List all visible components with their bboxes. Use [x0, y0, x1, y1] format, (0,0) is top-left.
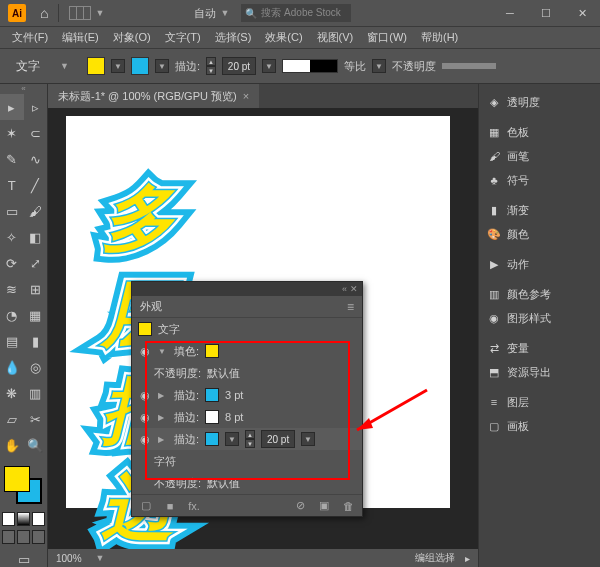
chevron-down-icon[interactable]: ▼ [220, 8, 229, 18]
panel-color[interactable]: 🎨颜色 [479, 222, 600, 246]
stroke-swatch-1[interactable] [205, 388, 219, 402]
document-tab[interactable]: 未标题-1* @ 100% (RGB/GPU 预览) × [48, 84, 259, 108]
close-icon[interactable]: × [243, 90, 249, 102]
panel-color-guide[interactable]: ▥颜色参考 [479, 282, 600, 306]
opacity-sublabel2[interactable]: 不透明度: [154, 476, 201, 491]
none-mode[interactable] [32, 512, 45, 526]
menu-object[interactable]: 对象(O) [107, 30, 157, 45]
stroke-label[interactable]: 描边: [174, 432, 199, 447]
stroke-label[interactable]: 描边: [174, 410, 199, 425]
menu-select[interactable]: 选择(S) [209, 30, 258, 45]
panel-artboards[interactable]: ▢画板 [479, 414, 600, 438]
shaper-tool[interactable]: ✧ [0, 224, 24, 250]
stroke-weight-1[interactable]: 3 pt [225, 389, 243, 401]
chevron-down-icon[interactable]: ▼ [95, 8, 104, 18]
shape-builder-tool[interactable]: ◔ [0, 302, 24, 328]
direct-select-tool[interactable]: ▹ [24, 94, 48, 120]
appearance-panel[interactable]: « ✕ 外观 ≡ 文字 ◉ ▼ 填色: 不透明度: 默认值 ◉ ▶ 描边: 3 … [131, 281, 363, 517]
eraser-tool[interactable]: ◧ [24, 224, 48, 250]
mesh-tool[interactable]: ▤ [0, 328, 24, 354]
panel-gradient[interactable]: ▮渐变 [479, 198, 600, 222]
panel-graphic-styles[interactable]: ◉图形样式 [479, 306, 600, 330]
arrange-label[interactable]: 自动 [194, 6, 216, 21]
line-tool[interactable]: ╱ [24, 172, 48, 198]
curvature-tool[interactable]: ∿ [24, 146, 48, 172]
maximize-button[interactable]: ☐ [528, 0, 564, 26]
fill-stroke-indicator[interactable] [0, 462, 47, 510]
symbol-sprayer-tool[interactable]: ❋ [0, 380, 24, 406]
stroke-step-up[interactable]: ▲ [206, 57, 216, 66]
draw-inside[interactable] [32, 530, 45, 544]
blend-tool[interactable]: ◎ [24, 354, 48, 380]
disclosure-closed[interactable]: ▶ [158, 413, 168, 422]
close-button[interactable]: ✕ [564, 0, 600, 26]
slice-tool[interactable]: ✂ [24, 406, 48, 432]
workspace-switcher-icon[interactable] [69, 6, 91, 20]
rotate-tool[interactable]: ⟳ [0, 250, 24, 276]
menu-type[interactable]: 文字(T) [159, 30, 207, 45]
stroke-weight-2[interactable]: 8 pt [225, 411, 243, 423]
zoom-field[interactable]: 100% [56, 553, 82, 564]
fill-dropdown[interactable]: ▼ [111, 59, 125, 73]
paintbrush-tool[interactable]: 🖌 [24, 198, 48, 224]
menu-help[interactable]: 帮助(H) [415, 30, 464, 45]
add-effect-button[interactable]: fx. [186, 498, 202, 514]
disclosure-open[interactable]: ▼ [158, 347, 168, 356]
menu-view[interactable]: 视图(V) [311, 30, 360, 45]
menu-window[interactable]: 窗口(W) [361, 30, 413, 45]
panel-menu-icon[interactable]: ≡ [347, 300, 354, 314]
toolbox-collapse-icon[interactable]: « [0, 84, 47, 94]
chevron-down-icon[interactable]: ▼ [60, 61, 69, 71]
add-stroke-button[interactable]: ▢ [138, 498, 154, 514]
artboard-tool[interactable]: ▱ [0, 406, 24, 432]
width-tool[interactable]: ≋ [0, 276, 24, 302]
panel-collapse-icon[interactable]: « [342, 284, 347, 294]
visibility-toggle[interactable]: ◉ [138, 389, 152, 402]
panel-symbols[interactable]: ♣符号 [479, 168, 600, 192]
panel-transparency[interactable]: ◈透明度 [479, 90, 600, 114]
draw-normal[interactable] [2, 530, 15, 544]
menu-file[interactable]: 文件(F) [6, 30, 54, 45]
fill-color[interactable] [4, 466, 30, 492]
clear-button[interactable]: ⊘ [292, 498, 308, 514]
visibility-toggle[interactable]: ◉ [138, 345, 152, 358]
visibility-toggle[interactable]: ◉ [138, 433, 152, 446]
type-tool[interactable]: T [0, 172, 24, 198]
opacity-sublabel[interactable]: 不透明度: [154, 366, 201, 381]
fill-swatch[interactable] [87, 57, 105, 75]
opacity-label[interactable]: 不透明度 [392, 59, 436, 74]
status-nav[interactable]: ▸ [465, 553, 470, 564]
opt-stroke-label[interactable]: 描边: [175, 59, 200, 74]
stroke-swatch[interactable] [131, 57, 149, 75]
selection-tool[interactable]: ▸ [0, 94, 24, 120]
panel-asset-export[interactable]: ⬒资源导出 [479, 360, 600, 384]
weight-dropdown[interactable]: ▼ [301, 432, 315, 446]
chevron-down-icon[interactable]: ▼ [96, 553, 105, 563]
fill-swatch[interactable] [205, 344, 219, 358]
gradient-tool[interactable]: ▮ [24, 328, 48, 354]
home-icon[interactable]: ⌂ [40, 5, 48, 21]
gradient-mode[interactable] [17, 512, 30, 526]
panel-variables[interactable]: ⇄变量 [479, 336, 600, 360]
add-fill-button[interactable]: ■ [162, 498, 178, 514]
stroke-label[interactable]: 描边: [174, 388, 199, 403]
draw-behind[interactable] [17, 530, 30, 544]
panel-layers[interactable]: ≡图层 [479, 390, 600, 414]
stroke-profile[interactable] [282, 59, 338, 73]
scale-tool[interactable]: ⤢ [24, 250, 48, 276]
free-transform-tool[interactable]: ⊞ [24, 276, 48, 302]
lasso-tool[interactable]: ⊂ [24, 120, 48, 146]
profile-dropdown[interactable]: ▼ [372, 59, 386, 73]
pen-tool[interactable]: ✎ [0, 146, 24, 172]
panel-brushes[interactable]: 🖌画笔 [479, 144, 600, 168]
perspective-tool[interactable]: ▦ [24, 302, 48, 328]
hand-tool[interactable]: ✋ [0, 432, 24, 458]
graph-tool[interactable]: ▥ [24, 380, 48, 406]
swatch-dropdown[interactable]: ▼ [225, 432, 239, 446]
magic-wand-tool[interactable]: ✶ [0, 120, 24, 146]
menu-effect[interactable]: 效果(C) [259, 30, 308, 45]
search-input[interactable]: 🔍 搜索 Adobe Stock [241, 4, 351, 22]
rectangle-tool[interactable]: ▭ [0, 198, 24, 224]
menu-edit[interactable]: 编辑(E) [56, 30, 105, 45]
stroke-dropdown[interactable]: ▼ [155, 59, 169, 73]
